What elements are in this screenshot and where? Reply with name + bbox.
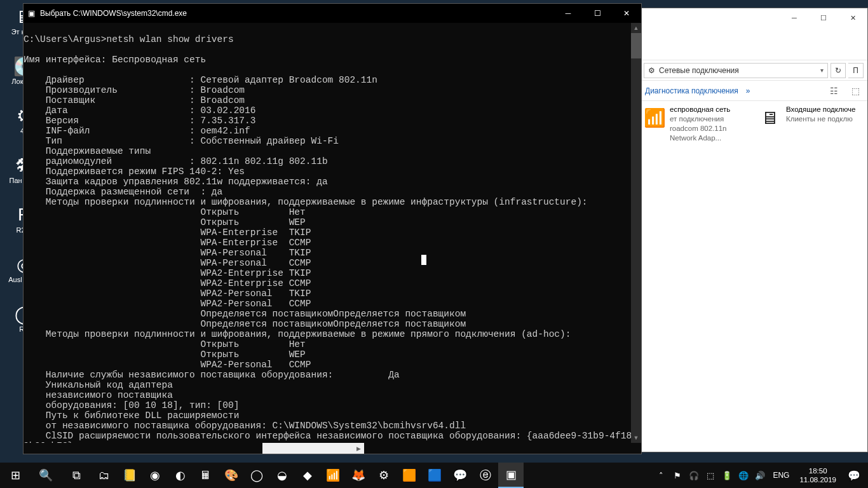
notepad-icon[interactable]: 📒 [117, 463, 142, 488]
text-cursor [421, 255, 426, 265]
scroll-thumb[interactable] [631, 33, 641, 58]
volume-icon[interactable]: 🔊 [752, 463, 768, 488]
refresh-button[interactable]: ↻ [831, 63, 846, 78]
wifi-app-icon[interactable]: 📶 [320, 463, 346, 488]
tray-icon[interactable]: ⚑ [670, 463, 685, 488]
adapter-device: roadcom 802.11n Network Adap... [670, 124, 750, 143]
network-tray-icon[interactable]: 🌐 [736, 463, 751, 488]
tray-overflow-icon[interactable]: ˄ [653, 463, 668, 488]
adapter-status: Клиенты не подклю [786, 114, 855, 124]
dota-icon[interactable]: ◆ [295, 463, 320, 488]
network-adapter-item[interactable]: 📶 еспроводная сеть ет подключения roadco… [644, 105, 750, 143]
scroll-track[interactable] [262, 443, 364, 454]
minimize-button[interactable]: ─ [780, 8, 809, 27]
maximize-button[interactable]: ☐ [583, 4, 612, 23]
search-button[interactable]: П [848, 63, 864, 78]
start-button[interactable]: ⊞ [0, 463, 31, 488]
date: 11.08.2019 [799, 475, 836, 484]
chevron-down-icon[interactable]: ▾ [820, 67, 824, 74]
explorer-content: 📶 еспроводная сеть ет подключения roadco… [640, 101, 867, 147]
incoming-conn-icon: 🖥 [757, 105, 782, 130]
scroll-down-icon[interactable]: ▼ [631, 433, 641, 443]
adapter-name: еспроводная сеть [670, 105, 750, 114]
calculator-icon[interactable]: 🖩 [193, 463, 219, 488]
language-indicator[interactable]: ENG [769, 471, 793, 480]
explorer-window: ─ ☐ ✕ ⚙ Сетевые подключения ▾ ↻ П Диагно… [639, 8, 868, 452]
firefox-icon[interactable]: 🦊 [346, 463, 371, 488]
discord-icon[interactable]: ◒ [269, 463, 295, 488]
help-icon[interactable]: ⬚ [848, 84, 862, 98]
notification-center-icon[interactable]: 💬 [843, 463, 865, 488]
edge-icon[interactable]: ⓔ [473, 463, 498, 488]
settings-icon[interactable]: ⚙ [371, 463, 397, 488]
messenger-icon[interactable]: 💬 [447, 463, 473, 488]
address-bar-row: ⚙ Сетевые подключения ▾ ↻ П [640, 60, 867, 81]
cmd-title: Выбрать C:\WINDOWS\system32\cmd.exe [39, 9, 553, 18]
diagnose-link[interactable]: Диагностика подключения [645, 86, 738, 95]
taskbar: ⊞ 🔍 ⧉ 🗂 📒 ◉ ◐ 🖩 🎨 ◯ ◒ ◆ 📶 🦊 ⚙ 🟧 🟦 💬 ⓔ ▣ … [0, 463, 868, 488]
tray-icon[interactable]: ⬚ [703, 463, 718, 488]
system-tray: ˄ ⚑ 🎧 ⬚ 🔋 🌐 🔊 ENG 18:50 11.08.2019 💬 [653, 463, 868, 488]
explorer-titlebar[interactable]: ─ ☐ ✕ [640, 8, 867, 27]
vertical-scrollbar[interactable]: ▲ ▼ [631, 23, 641, 443]
cmd-titlebar[interactable]: ▣ Выбрать C:\WINDOWS\system32\cmd.exe ─ … [24, 4, 641, 23]
explorer-ribbon [640, 27, 867, 60]
tray-icon[interactable]: 🎧 [686, 463, 702, 488]
explorer-toolbar: Диагностика подключения » ☷ ⬚ [640, 81, 867, 101]
address-text: Сетевые подключения [659, 66, 739, 75]
paint-icon[interactable]: 🎨 [219, 463, 244, 488]
wifi-adapter-icon: 📶 [644, 105, 666, 130]
maximize-button[interactable]: ☐ [809, 8, 838, 27]
clock[interactable]: 18:50 11.08.2019 [794, 466, 841, 484]
scroll-right-icon[interactable]: ▶ [353, 443, 364, 454]
chrome-icon[interactable]: ◯ [244, 463, 269, 488]
close-button[interactable]: ✕ [612, 4, 641, 23]
cmd-window: ▣ Выбрать C:\WINDOWS\system32\cmd.exe ─ … [23, 3, 642, 454]
adapter-status: ет подключения [670, 114, 750, 124]
cmd-output[interactable]: C:\Users\Argus>netsh wlan show drivers И… [24, 23, 641, 454]
task-view-button[interactable]: ⧉ [61, 463, 92, 488]
app-icon[interactable]: 🟦 [422, 463, 447, 488]
close-button[interactable]: ✕ [838, 8, 867, 27]
search-button[interactable]: 🔍 [31, 463, 61, 488]
network-adapter-item[interactable]: 🖥 Входящие подключе Клиенты не подклю [757, 105, 864, 143]
toolbar-overflow[interactable]: » [746, 86, 750, 95]
battery-icon[interactable]: 🔋 [719, 463, 735, 488]
cmd-icon: ▣ [24, 9, 39, 18]
scroll-up-icon[interactable]: ▲ [631, 23, 641, 33]
teamspeak-icon[interactable]: ◉ [142, 463, 168, 488]
file-explorer-icon[interactable]: 🗂 [92, 463, 117, 488]
view-icon[interactable]: ☷ [827, 84, 841, 98]
horizontal-scrollbar[interactable]: ◀ ▶ [24, 443, 641, 454]
app-icon[interactable]: 🟧 [397, 463, 422, 488]
time: 18:50 [799, 466, 836, 475]
minimize-button[interactable]: ─ [553, 4, 583, 23]
steam-icon[interactable]: ◐ [168, 463, 193, 488]
adapter-name: Входящие подключе [786, 105, 855, 114]
address-bar[interactable]: ⚙ Сетевые подключения ▾ [644, 63, 828, 78]
network-icon: ⚙ [648, 66, 655, 75]
cmd-taskbar-icon[interactable]: ▣ [498, 463, 524, 488]
